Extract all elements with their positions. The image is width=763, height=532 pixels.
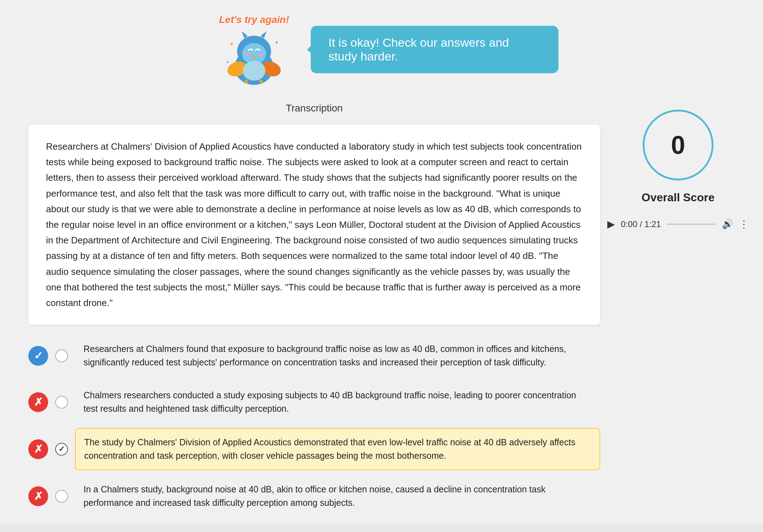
answer-row: ✗ ✓ The study by Chalmers' Division of A… [28, 428, 600, 470]
svg-marker-3 [260, 31, 266, 38]
svg-text:✦: ✦ [229, 41, 234, 47]
owl-container: Let's try again! [205, 14, 304, 85]
lets-try-again-label: Let's try again! [219, 14, 289, 25]
answer-text-3[interactable]: The study by Chalmers' Division of Appli… [75, 428, 600, 470]
speech-bubble: It is okay! Check our answers and study … [311, 26, 558, 73]
svg-text:✦: ✦ [275, 40, 279, 45]
answer-row: ✗ Chalmers researchers conducted a study… [28, 382, 600, 422]
svg-text:✦: ✦ [226, 60, 229, 65]
svg-point-6 [258, 53, 264, 56]
audio-more-icon[interactable]: ⋮ [739, 218, 749, 230]
answers-section: ✓ Researchers at Chalmers found that exp… [28, 335, 600, 516]
audio-progress-bar[interactable] [667, 224, 716, 225]
svg-point-10 [243, 61, 265, 81]
svg-point-5 [245, 53, 250, 56]
answer-text-2[interactable]: Chalmers researchers conducted a study e… [75, 382, 600, 422]
answer-radio-2[interactable] [55, 396, 68, 409]
answer-radio-1[interactable] [55, 349, 68, 362]
overall-score-label: Overall Score [642, 191, 715, 204]
right-panel: 0 Overall Score ▶ 0:00 / 1:21 🔊 ⋮ [621, 103, 735, 516]
audio-volume-icon[interactable]: 🔊 [722, 219, 733, 230]
speech-bubble-text: It is okay! Check our answers and study … [328, 36, 509, 63]
incorrect-icon-3: ✗ [28, 439, 48, 459]
incorrect-icon-2: ✗ [28, 392, 48, 412]
bottom-bar: Retry Next [0, 524, 763, 532]
answer-row: ✓ Researchers at Chalmers found that exp… [28, 335, 600, 376]
header-area: Let's try again! [0, 0, 763, 96]
svg-marker-2 [242, 31, 248, 38]
answer-radio-4[interactable] [55, 490, 68, 503]
check-mark: ✓ [58, 445, 65, 454]
incorrect-icon-4: ✗ [28, 486, 48, 506]
main-content: Transcription Researchers at Chalmers' D… [0, 96, 763, 524]
correct-icon: ✓ [28, 346, 48, 366]
transcription-label: Transcription [28, 103, 600, 114]
score-circle: 0 [643, 110, 713, 180]
answer-text-1[interactable]: Researchers at Chalmers found that expos… [75, 335, 600, 376]
score-value: 0 [671, 131, 685, 160]
audio-player[interactable]: ▶ 0:00 / 1:21 🔊 ⋮ [607, 215, 748, 233]
answer-row: ✗ In a Chalmers study, background noise … [28, 476, 600, 516]
transcription-box: Researchers at Chalmers' Division of App… [28, 125, 600, 325]
answer-radio-3[interactable]: ✓ [55, 443, 68, 456]
left-panel: Transcription Researchers at Chalmers' D… [28, 103, 600, 516]
owl-illustration: ✦ ✦ ✦ [222, 28, 286, 85]
play-button[interactable]: ▶ [607, 218, 615, 230]
audio-time-display: 0:00 / 1:21 [621, 219, 661, 229]
answer-text-4[interactable]: In a Chalmers study, background noise at… [75, 476, 600, 516]
